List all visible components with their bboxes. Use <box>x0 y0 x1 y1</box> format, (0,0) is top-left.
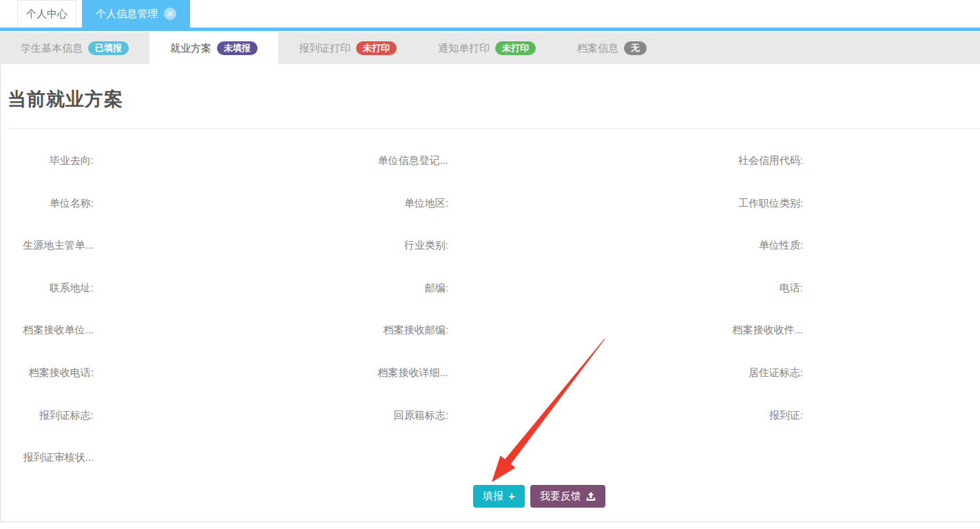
subtab-label: 学生基本信息 <box>21 42 83 55</box>
field-label-origin-authority: 生源地主管单... <box>1 239 94 251</box>
upload-icon <box>586 492 596 501</box>
form-row: 档案接收电话: 档案接收详细... 居住证标志: <box>1 366 980 409</box>
status-badge-filled: 已填报 <box>88 41 129 55</box>
subtab-registration-cert-print[interactable]: 报到证打印 未打印 <box>278 32 417 64</box>
field-label-graduation-destination: 毕业去向: <box>1 154 94 166</box>
fill-in-button-label: 填报 <box>483 490 503 503</box>
subtab-label: 就业方案 <box>170 42 211 55</box>
field-label-archive-receiving-recipient: 档案接收收件... <box>528 324 803 335</box>
form-row: 生源地主管单... 行业类别: 单位性质: <box>1 239 980 282</box>
tab-personal-info-management[interactable]: 个人信息管理 ✕ <box>82 0 190 28</box>
subtab-notice-print[interactable]: 通知单打印 未打印 <box>417 32 556 64</box>
field-label-social-credit-code: 社会信用代码: <box>528 154 803 166</box>
subtab-label: 报到证打印 <box>299 42 351 55</box>
field-label-archive-receiving-postcode: 档案接收邮编: <box>173 324 448 335</box>
field-label-contact-address: 联系地址: <box>1 282 94 293</box>
fill-in-button[interactable]: 填报 + <box>473 485 525 508</box>
form-row: 档案接收单位... 档案接收邮编: 档案接收收件... <box>1 324 980 366</box>
field-label-employer-registration: 单位信息登记... <box>173 154 448 166</box>
form-row: 联系地址: 邮编: 电话: <box>1 282 980 324</box>
page-title: 当前就业方案 <box>8 87 123 112</box>
field-label-registration-cert-review-status: 报到证审核状... <box>1 451 94 463</box>
feedback-button[interactable]: 我要反馈 <box>530 485 605 508</box>
window-tab-bar: 个人中心 个人信息管理 ✕ <box>0 0 980 31</box>
divider <box>8 128 980 129</box>
feedback-button-label: 我要反馈 <box>540 490 581 503</box>
field-label-employer-name: 单位名称: <box>1 197 94 209</box>
field-label-phone: 电话: <box>528 282 803 293</box>
subtab-label: 通知单打印 <box>438 42 490 55</box>
field-label-registration-cert-flag: 报到证标志: <box>1 409 94 421</box>
subtab-student-basic-info[interactable]: 学生基本信息 已填报 <box>0 32 149 64</box>
employment-plan-form: 毕业去向: 单位信息登记... 社会信用代码: 单位名称: 单位地区: 工作职位… <box>1 154 980 494</box>
close-icon[interactable]: ✕ <box>164 8 176 20</box>
field-label-registration-cert: 报到证: <box>528 409 803 421</box>
subtab-employment-plan[interactable]: 就业方案 未填报 <box>149 32 278 64</box>
app-window: 个人中心 个人信息管理 ✕ 学生基本信息 已填报 就业方案 未填报 报到证打印 … <box>0 0 980 529</box>
field-label-job-category: 工作职位类别: <box>528 197 803 209</box>
form-row: 毕业去向: 单位信息登记... 社会信用代码: <box>1 154 980 197</box>
sub-tab-bar: 学生基本信息 已填报 就业方案 未填报 报到证打印 未打印 通知单打印 未打印 … <box>0 32 980 64</box>
form-row: 单位名称: 单位地区: 工作职位类别: <box>1 197 980 240</box>
field-label-return-origin-flag: 回原籍标志: <box>173 409 448 421</box>
subtab-label: 档案信息 <box>577 42 618 55</box>
tab-personal-center[interactable]: 个人中心 <box>17 0 76 28</box>
field-label-archive-receiving-address: 档案接收详细... <box>173 366 448 378</box>
field-label-postcode: 邮编: <box>173 282 448 293</box>
action-button-row: 填报 + 我要反馈 <box>473 485 605 508</box>
tab-label: 个人中心 <box>26 8 67 21</box>
plus-icon: + <box>508 490 515 502</box>
status-badge-unprinted: 未打印 <box>356 41 397 55</box>
tab-label: 个人信息管理 <box>96 8 158 21</box>
subtab-archive-info[interactable]: 档案信息 无 <box>556 32 667 64</box>
status-badge-none: 无 <box>624 41 647 55</box>
form-row: 报到证标志: 回原籍标志: 报到证: <box>1 409 980 452</box>
field-label-archive-receiving-unit: 档案接收单位... <box>1 324 94 335</box>
field-label-industry-category: 行业类别: <box>173 239 448 251</box>
status-badge-unprinted: 未打印 <box>495 41 536 55</box>
field-label-employer-nature: 单位性质: <box>528 239 803 251</box>
status-badge-unfilled: 未填报 <box>217 41 258 55</box>
employment-plan-panel: 当前就业方案 毕业去向: 单位信息登记... 社会信用代码: 单位名称: 单位地… <box>0 64 980 522</box>
field-label-employer-region: 单位地区: <box>173 197 448 209</box>
field-label-archive-receiving-phone: 档案接收电话: <box>1 366 94 378</box>
field-label-residence-permit-flag: 居住证标志: <box>528 366 803 378</box>
